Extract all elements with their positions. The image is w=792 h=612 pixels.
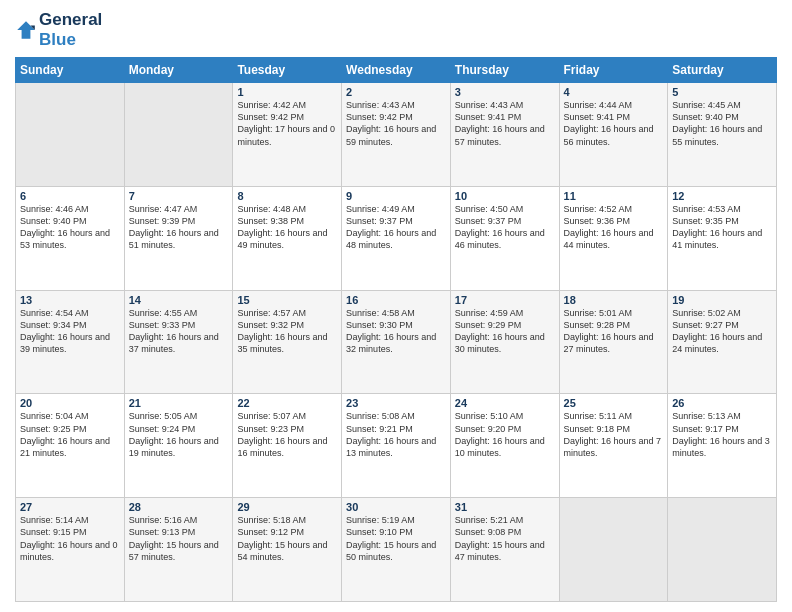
cell-info: Sunrise: 4:46 AMSunset: 9:40 PMDaylight:… [20, 203, 120, 252]
day-number: 17 [455, 294, 555, 306]
calendar-cell: 3Sunrise: 4:43 AMSunset: 9:41 PMDaylight… [450, 83, 559, 187]
calendar-week-1: 1Sunrise: 4:42 AMSunset: 9:42 PMDaylight… [16, 83, 777, 187]
cell-info: Sunrise: 5:14 AMSunset: 9:15 PMDaylight:… [20, 514, 120, 563]
calendar-cell: 10Sunrise: 4:50 AMSunset: 9:37 PMDayligh… [450, 186, 559, 290]
cell-info: Sunrise: 4:57 AMSunset: 9:32 PMDaylight:… [237, 307, 337, 356]
calendar-cell: 23Sunrise: 5:08 AMSunset: 9:21 PMDayligh… [342, 394, 451, 498]
calendar-cell: 12Sunrise: 4:53 AMSunset: 9:35 PMDayligh… [668, 186, 777, 290]
cell-info: Sunrise: 4:47 AMSunset: 9:39 PMDaylight:… [129, 203, 229, 252]
day-number: 28 [129, 501, 229, 513]
cell-info: Sunrise: 4:54 AMSunset: 9:34 PMDaylight:… [20, 307, 120, 356]
cell-info: Sunrise: 4:44 AMSunset: 9:41 PMDaylight:… [564, 99, 664, 148]
calendar-cell [668, 498, 777, 602]
day-number: 7 [129, 190, 229, 202]
day-header-sunday: Sunday [16, 58, 125, 83]
day-number: 2 [346, 86, 446, 98]
cell-info: Sunrise: 4:55 AMSunset: 9:33 PMDaylight:… [129, 307, 229, 356]
cell-info: Sunrise: 5:19 AMSunset: 9:10 PMDaylight:… [346, 514, 446, 563]
cell-info: Sunrise: 5:01 AMSunset: 9:28 PMDaylight:… [564, 307, 664, 356]
cell-info: Sunrise: 4:45 AMSunset: 9:40 PMDaylight:… [672, 99, 772, 148]
cell-info: Sunrise: 5:13 AMSunset: 9:17 PMDaylight:… [672, 410, 772, 459]
day-number: 22 [237, 397, 337, 409]
day-number: 13 [20, 294, 120, 306]
day-header-friday: Friday [559, 58, 668, 83]
calendar-cell: 15Sunrise: 4:57 AMSunset: 9:32 PMDayligh… [233, 290, 342, 394]
cell-info: Sunrise: 5:08 AMSunset: 9:21 PMDaylight:… [346, 410, 446, 459]
cell-info: Sunrise: 5:02 AMSunset: 9:27 PMDaylight:… [672, 307, 772, 356]
day-number: 19 [672, 294, 772, 306]
day-number: 26 [672, 397, 772, 409]
page: General Blue SundayMondayTuesdayWednesda… [0, 0, 792, 612]
cell-info: Sunrise: 4:58 AMSunset: 9:30 PMDaylight:… [346, 307, 446, 356]
cell-info: Sunrise: 5:16 AMSunset: 9:13 PMDaylight:… [129, 514, 229, 563]
cell-info: Sunrise: 4:53 AMSunset: 9:35 PMDaylight:… [672, 203, 772, 252]
header: General Blue [15, 10, 777, 49]
day-header-monday: Monday [124, 58, 233, 83]
calendar-cell: 25Sunrise: 5:11 AMSunset: 9:18 PMDayligh… [559, 394, 668, 498]
day-header-tuesday: Tuesday [233, 58, 342, 83]
calendar-week-2: 6Sunrise: 4:46 AMSunset: 9:40 PMDaylight… [16, 186, 777, 290]
calendar-cell: 9Sunrise: 4:49 AMSunset: 9:37 PMDaylight… [342, 186, 451, 290]
calendar-cell [16, 83, 125, 187]
day-number: 14 [129, 294, 229, 306]
day-number: 31 [455, 501, 555, 513]
calendar-cell: 11Sunrise: 4:52 AMSunset: 9:36 PMDayligh… [559, 186, 668, 290]
day-number: 24 [455, 397, 555, 409]
calendar-cell: 7Sunrise: 4:47 AMSunset: 9:39 PMDaylight… [124, 186, 233, 290]
calendar-cell: 1Sunrise: 4:42 AMSunset: 9:42 PMDaylight… [233, 83, 342, 187]
calendar-cell: 26Sunrise: 5:13 AMSunset: 9:17 PMDayligh… [668, 394, 777, 498]
calendar-cell: 21Sunrise: 5:05 AMSunset: 9:24 PMDayligh… [124, 394, 233, 498]
logo: General Blue [15, 10, 102, 49]
cell-info: Sunrise: 4:43 AMSunset: 9:42 PMDaylight:… [346, 99, 446, 148]
cell-info: Sunrise: 5:10 AMSunset: 9:20 PMDaylight:… [455, 410, 555, 459]
day-number: 16 [346, 294, 446, 306]
calendar-cell: 28Sunrise: 5:16 AMSunset: 9:13 PMDayligh… [124, 498, 233, 602]
cell-info: Sunrise: 5:11 AMSunset: 9:18 PMDaylight:… [564, 410, 664, 459]
cell-info: Sunrise: 4:59 AMSunset: 9:29 PMDaylight:… [455, 307, 555, 356]
cell-info: Sunrise: 4:49 AMSunset: 9:37 PMDaylight:… [346, 203, 446, 252]
day-number: 23 [346, 397, 446, 409]
cell-info: Sunrise: 4:42 AMSunset: 9:42 PMDaylight:… [237, 99, 337, 148]
calendar-cell: 30Sunrise: 5:19 AMSunset: 9:10 PMDayligh… [342, 498, 451, 602]
cell-info: Sunrise: 4:43 AMSunset: 9:41 PMDaylight:… [455, 99, 555, 148]
calendar-week-4: 20Sunrise: 5:04 AMSunset: 9:25 PMDayligh… [16, 394, 777, 498]
calendar-cell [124, 83, 233, 187]
day-header-thursday: Thursday [450, 58, 559, 83]
day-number: 27 [20, 501, 120, 513]
calendar-cell: 4Sunrise: 4:44 AMSunset: 9:41 PMDaylight… [559, 83, 668, 187]
cell-info: Sunrise: 4:52 AMSunset: 9:36 PMDaylight:… [564, 203, 664, 252]
calendar-cell: 5Sunrise: 4:45 AMSunset: 9:40 PMDaylight… [668, 83, 777, 187]
calendar-cell: 31Sunrise: 5:21 AMSunset: 9:08 PMDayligh… [450, 498, 559, 602]
day-number: 18 [564, 294, 664, 306]
logo-text: General Blue [39, 10, 102, 49]
calendar-cell: 8Sunrise: 4:48 AMSunset: 9:38 PMDaylight… [233, 186, 342, 290]
calendar-cell: 17Sunrise: 4:59 AMSunset: 9:29 PMDayligh… [450, 290, 559, 394]
cell-info: Sunrise: 5:04 AMSunset: 9:25 PMDaylight:… [20, 410, 120, 459]
calendar-cell: 19Sunrise: 5:02 AMSunset: 9:27 PMDayligh… [668, 290, 777, 394]
day-number: 5 [672, 86, 772, 98]
day-number: 15 [237, 294, 337, 306]
day-number: 10 [455, 190, 555, 202]
calendar-cell: 27Sunrise: 5:14 AMSunset: 9:15 PMDayligh… [16, 498, 125, 602]
calendar-cell: 16Sunrise: 4:58 AMSunset: 9:30 PMDayligh… [342, 290, 451, 394]
calendar-cell: 22Sunrise: 5:07 AMSunset: 9:23 PMDayligh… [233, 394, 342, 498]
day-number: 30 [346, 501, 446, 513]
calendar-cell: 29Sunrise: 5:18 AMSunset: 9:12 PMDayligh… [233, 498, 342, 602]
logo-icon [15, 19, 37, 41]
day-number: 3 [455, 86, 555, 98]
calendar-cell: 14Sunrise: 4:55 AMSunset: 9:33 PMDayligh… [124, 290, 233, 394]
cell-info: Sunrise: 5:07 AMSunset: 9:23 PMDaylight:… [237, 410, 337, 459]
day-number: 12 [672, 190, 772, 202]
cell-info: Sunrise: 5:05 AMSunset: 9:24 PMDaylight:… [129, 410, 229, 459]
day-number: 25 [564, 397, 664, 409]
day-number: 20 [20, 397, 120, 409]
cell-info: Sunrise: 4:48 AMSunset: 9:38 PMDaylight:… [237, 203, 337, 252]
calendar-cell: 18Sunrise: 5:01 AMSunset: 9:28 PMDayligh… [559, 290, 668, 394]
calendar-header-row: SundayMondayTuesdayWednesdayThursdayFrid… [16, 58, 777, 83]
day-header-saturday: Saturday [668, 58, 777, 83]
cell-info: Sunrise: 5:21 AMSunset: 9:08 PMDaylight:… [455, 514, 555, 563]
day-number: 9 [346, 190, 446, 202]
calendar-cell: 2Sunrise: 4:43 AMSunset: 9:42 PMDaylight… [342, 83, 451, 187]
day-number: 6 [20, 190, 120, 202]
calendar-week-5: 27Sunrise: 5:14 AMSunset: 9:15 PMDayligh… [16, 498, 777, 602]
